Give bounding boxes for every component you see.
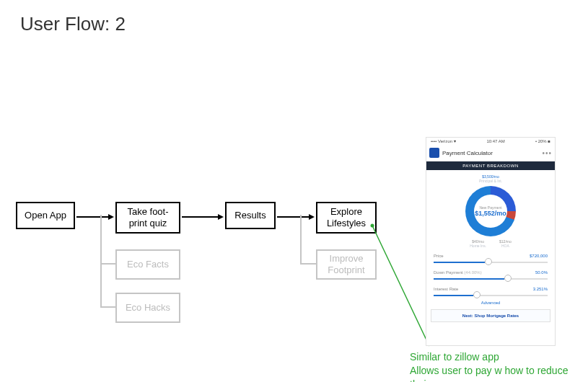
svg-line-0 [372, 226, 429, 346]
node-open-app: Open App [16, 202, 75, 229]
page-title: User Flow: 2 [20, 13, 126, 35]
legend-left: $40/mo Home Ins. [470, 239, 486, 248]
status-left: •••• Verizon ♥ [431, 139, 456, 143]
next-shop-rates-button[interactable]: Next: Shop Mortgage Rates [431, 309, 550, 322]
phone-header: Payment Calculator ••• [426, 145, 555, 161]
node-results: Results [225, 202, 276, 229]
node-improve-footprint: Improve Footprint [316, 249, 377, 280]
slider-down-payment[interactable]: Down Payment (44.00%)50.0% [426, 267, 555, 280]
annotation-line-2: Allows user to pay w how to reduce their… [410, 364, 588, 382]
node-take-quiz: Take foot-print quiz [115, 202, 180, 234]
donut-chart: New Payment $1,552/mo [465, 186, 516, 236]
zillow-logo-icon [429, 148, 439, 158]
donut-center-value: $1,552/mo [475, 210, 506, 217]
arrow [182, 216, 222, 218]
payment-breakdown-band: PAYMENT BREAKDOWN [426, 161, 555, 170]
slider-interest-rate[interactable]: Interest Rate3.251% [426, 284, 555, 296]
phone-status-bar: •••• Verizon ♥ 10:47 AM • 20% ■ [426, 138, 555, 145]
annotation-text: Similar to zillow app Allows user to pay… [410, 350, 588, 382]
legend-right: $12/mo HOA [499, 239, 512, 248]
arrow [277, 216, 313, 218]
more-icon: ••• [542, 149, 552, 157]
node-explore-lifestyles: Explore Lifestyles [316, 202, 377, 234]
status-battery: • 20% ■ [535, 139, 550, 143]
node-eco-hacks: Eco Hacks [115, 293, 180, 323]
donut-top-sub: Principal & Int. [426, 179, 555, 183]
slider-price[interactable]: Price$720,000 [426, 251, 555, 263]
phone-screen-title: Payment Calculator [442, 150, 539, 156]
node-eco-facts: Eco Facts [115, 249, 180, 280]
arrow [76, 216, 113, 218]
annotation-line-1: Similar to zillow app [410, 350, 588, 364]
donut-chart-area: $3,500/mo Principal & Int. New Payment $… [426, 170, 555, 251]
advanced-link[interactable]: Advanced [426, 301, 555, 305]
status-time: 10:47 AM [486, 139, 504, 143]
phone-mockup: •••• Verizon ♥ 10:47 AM • 20% ■ Payment … [426, 137, 556, 346]
